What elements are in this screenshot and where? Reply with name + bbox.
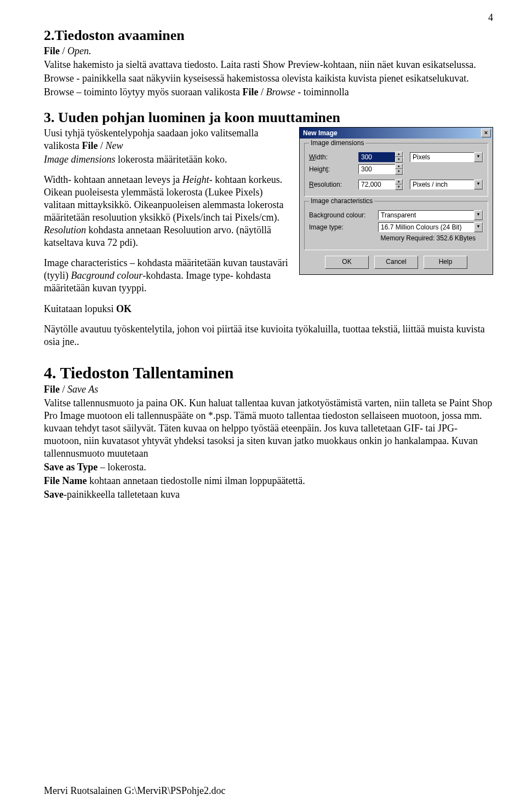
chevron-down-icon-4[interactable]: ▼ xyxy=(474,222,483,232)
resolution-label: Resolution: xyxy=(309,181,358,188)
bg-colour-label: Background colour: xyxy=(309,211,378,219)
section-3-title: 3. Uuden pohjan luominen ja koon muuttam… xyxy=(44,110,493,126)
sep: / xyxy=(60,45,67,56)
open-italic: Open. xyxy=(67,45,92,56)
width-label: Width: xyxy=(309,153,358,161)
sec3-p4-italic: Bacground colour xyxy=(71,270,143,281)
sec4-p4-rest: -painikkeella talletetaan kuva xyxy=(64,489,180,500)
group-legend-dims: Image dimensions xyxy=(309,139,365,147)
width-unit-select[interactable]: Pixels ▼ xyxy=(410,152,483,162)
sec3-p3-italic2: Resolution xyxy=(44,224,86,235)
sec4-saveas-italic: Save As xyxy=(67,384,98,395)
sec2-p3b: - toiminnolla xyxy=(298,87,349,97)
sec3-p5-bold: OK xyxy=(116,303,132,314)
sec3-p3: Width- kohtaan annetaan leveys ja Height… xyxy=(44,174,291,249)
sec3-p1a: Uusi tyhjä työskentelypohja saadaan joko… xyxy=(44,128,258,151)
resolution-value: 72,000 xyxy=(359,180,395,189)
new-image-dialog: New Image × Image dimensions Width: 300 … xyxy=(299,127,493,275)
sec2-p3-sep: / xyxy=(258,87,266,97)
sec2-p1: Valitse hakemisto ja sieltä avattava tie… xyxy=(44,59,493,71)
bg-colour-value: Transparent xyxy=(379,210,474,220)
chevron-down-icon-3[interactable]: ▼ xyxy=(474,210,483,220)
blank-line-3 xyxy=(44,296,291,302)
sec2-p3-italic: Browse xyxy=(266,87,298,97)
sec3-p6: Näytölle avautuu työskentelytila, johon … xyxy=(44,323,493,348)
resolution-row: Resolution: 72,000 ▴▾ Pixels / inch ▼ xyxy=(309,180,483,189)
width-spinner[interactable]: 300 ▴▾ xyxy=(358,152,403,162)
height-label: Height: xyxy=(309,165,358,173)
image-dimensions-group: Image dimensions Width: 300 ▴▾ Pixels ▼ … xyxy=(304,143,488,197)
sec4-p4: Save-painikkeella talletetaan kuva xyxy=(44,488,493,501)
sec2-p3: Browse – toiminto löytyy myös suoraan va… xyxy=(44,86,493,99)
width-row: Width: 300 ▴▾ Pixels ▼ xyxy=(309,152,483,162)
sec3-p2: Image dimensions lokerosta määritetään k… xyxy=(44,153,291,166)
spinner-arrows-icon-3[interactable]: ▴▾ xyxy=(395,179,403,190)
sec4-file-bold: File xyxy=(44,384,62,395)
section-2-title: 2.Tiedoston avaaminen xyxy=(44,27,493,44)
blank-line-4 xyxy=(44,316,493,322)
sec3-p1: Uusi tyhjä työskentelypohja saadaan joko… xyxy=(44,127,291,152)
sec3-p2-italic: Image dimensions xyxy=(44,154,115,165)
ok-button[interactable]: OK xyxy=(325,256,369,269)
page-footer: Mervi Ruotsalainen G:\MerviR\PSPohje2.do… xyxy=(44,785,225,797)
resolution-unit-value: Pixels / inch xyxy=(410,180,474,189)
height-spinner[interactable]: 300 ▴▾ xyxy=(358,164,403,174)
sec3-p4: Image characteristics – kohdasta määrite… xyxy=(44,257,291,295)
sec2-p2: Browse - painikkella saat näkyviin kysei… xyxy=(44,72,493,85)
spinner-arrows-icon-2[interactable]: ▴▾ xyxy=(395,164,403,175)
image-type-row: Image type: 16.7 Million Colours (24 Bit… xyxy=(309,222,483,232)
dialog-title: New Image xyxy=(303,129,338,137)
help-button[interactable]: Help xyxy=(424,256,467,269)
cancel-button[interactable]: Cancel xyxy=(374,256,418,269)
bg-colour-select[interactable]: Transparent ▼ xyxy=(378,210,483,220)
sec4-p4-bold: Save xyxy=(44,489,64,500)
image-type-value: 16.7 Million Colours (24 Bit) xyxy=(379,222,474,232)
chevron-down-icon-2[interactable]: ▼ xyxy=(474,180,483,189)
height-row: Height: 300 ▴▾ xyxy=(309,164,483,174)
width-unit-value: Pixels xyxy=(410,152,474,162)
sec4-p3-rest: kohtaan annetaan tiedostolle nimi ilman … xyxy=(87,475,305,486)
sec2-p3-bold: File xyxy=(242,87,258,97)
image-type-label: Image type: xyxy=(309,223,378,231)
sec4-p3-bold: File Name xyxy=(44,475,87,486)
height-value: 300 xyxy=(359,164,395,174)
dialog-button-row: OK Cancel Help xyxy=(300,254,493,274)
bg-colour-row: Background colour: Transparent ▼ xyxy=(309,210,483,220)
chevron-down-icon[interactable]: ▼ xyxy=(474,152,483,162)
sec3-p5a: Kuitataan lopuksi xyxy=(44,303,116,314)
dialog-titlebar[interactable]: New Image × xyxy=(300,128,493,139)
document-page: 4 2.Tiedoston avaaminen File / Open. Val… xyxy=(0,0,526,812)
sec3-p2-rest: lokerosta määritetään koko. xyxy=(115,154,227,165)
sec4-p3: File Name kohtaan annetaan tiedostolle n… xyxy=(44,475,493,487)
page-number: 4 xyxy=(488,12,493,24)
resolution-spinner[interactable]: 72,000 ▴▾ xyxy=(358,180,403,189)
width-value: 300 xyxy=(359,152,395,162)
sec3-p1-bold: File xyxy=(82,140,98,151)
sec4-p2: Save as Type – lokerosta. xyxy=(44,461,493,474)
resolution-unit-select[interactable]: Pixels / inch ▼ xyxy=(410,180,483,189)
image-characteristics-group: Image characteristics Background colour:… xyxy=(304,201,488,250)
sec3-p3a: Width- kohtaan annetaan leveys ja xyxy=(44,174,182,185)
sec3-p5: Kuitataan lopuksi OK xyxy=(44,303,291,315)
sec2-file-open: File / Open. xyxy=(44,45,493,57)
sec3-p1-italic: New xyxy=(106,140,123,151)
sec4-sep: / xyxy=(62,384,68,395)
image-type-select[interactable]: 16.7 Million Colours (24 Bit) ▼ xyxy=(378,222,483,232)
sec4-p2-bold: Save as Type xyxy=(44,462,98,473)
file-bold: File xyxy=(44,45,60,56)
left-column: Uusi tyhjä työskentelypohja saadaan joko… xyxy=(44,127,291,316)
spinner-arrows-icon[interactable]: ▴▾ xyxy=(395,152,403,163)
blank-line xyxy=(44,167,291,172)
two-column-layout: Uusi tyhjä työskentelypohja saadaan joko… xyxy=(44,127,493,316)
close-icon[interactable]: × xyxy=(481,129,491,137)
group-legend-chars: Image characteristics xyxy=(309,197,374,205)
sec4-p1: Valitse tallennusmuoto ja paina OK. Kun … xyxy=(44,397,493,460)
sec4-p2-rest: – lokerosta. xyxy=(98,462,146,473)
memory-required: Memory Required: 352.6 KBytes xyxy=(309,234,483,245)
sec3-p3-italic: Height xyxy=(182,174,209,185)
section-4-title: 4. Tiedoston Tallentaminen xyxy=(44,364,493,382)
blank-line-2 xyxy=(44,250,291,256)
sec2-p3a: Browse – toiminto löytyy myös suoraan va… xyxy=(44,87,242,97)
sec4-file-saveas: File / Save As xyxy=(44,383,493,396)
sec3-p1-sep: / xyxy=(98,140,106,151)
